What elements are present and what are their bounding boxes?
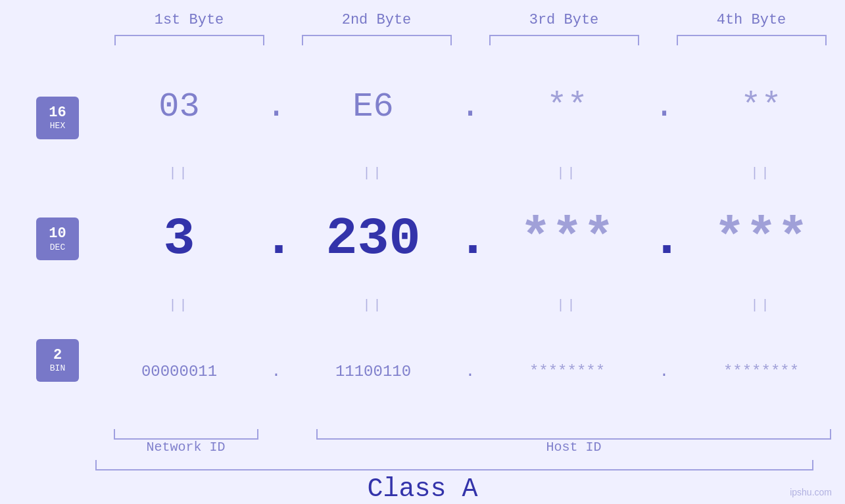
bin-val-2: 11100110 — [289, 363, 457, 380]
eq-3: || — [483, 166, 651, 181]
bin-sep-2: . — [457, 363, 483, 380]
bin-val-4: ******** — [677, 363, 845, 380]
eq2-3: || — [483, 298, 651, 313]
bottom-brackets-row — [0, 429, 845, 440]
eq-1: || — [95, 166, 263, 181]
byte-header-3: 3rd Byte — [470, 12, 658, 28]
dec-val-3: *** — [483, 209, 651, 269]
hex-val-4: ** — [677, 87, 845, 126]
eq-2: || — [289, 166, 457, 181]
byte-header-4: 4th Byte — [658, 12, 845, 28]
hex-val-3: ** — [483, 87, 651, 126]
hex-sep-2: . — [457, 87, 483, 126]
host-id-label: Host ID — [302, 440, 845, 455]
eq-4: || — [677, 166, 845, 181]
bracket-top-3 — [470, 35, 658, 45]
dec-badge: 10 DEC — [36, 218, 79, 260]
hex-val-1: 03 — [95, 87, 263, 126]
host-bracket-wrap — [302, 429, 845, 440]
network-id-label: Network ID — [95, 440, 276, 455]
outer-bracket-row — [0, 460, 845, 470]
hex-val-2: E6 — [289, 87, 457, 126]
bin-badge: 2 BIN — [36, 339, 79, 382]
id-labels-row: Network ID Host ID — [0, 440, 845, 455]
bin-row: 00000011 . 11100110 . ******** . *******… — [95, 315, 845, 428]
bin-val-3: ******** — [483, 363, 651, 380]
main-container: 1st Byte 2nd Byte 3rd Byte 4th Byte 16 H… — [0, 0, 845, 504]
data-columns: 03 . E6 . ** . ** || || || || 3 . — [95, 51, 845, 428]
hex-badge-number: 16 — [49, 105, 66, 121]
byte-header-1: 1st Byte — [95, 12, 283, 28]
dec-sep-2: . — [457, 209, 483, 269]
host-bracket — [316, 429, 832, 440]
dec-sep-1: . — [263, 209, 289, 269]
dec-val-1: 3 — [95, 209, 263, 269]
badges-column: 16 HEX 10 DEC 2 BIN — [0, 51, 95, 428]
dec-badge-label: DEC — [50, 242, 65, 252]
dec-row: 3 . 230 . *** . *** — [95, 183, 845, 295]
hex-badge: 16 HEX — [36, 97, 79, 139]
bracket-top-1 — [95, 35, 283, 45]
bracket-top-4 — [658, 35, 845, 45]
eq2-1: || — [95, 298, 263, 313]
bin-sep-3: . — [651, 363, 677, 380]
dec-val-4: *** — [677, 209, 845, 269]
bin-val-1: 00000011 — [95, 363, 263, 380]
bracket-top-2 — [283, 35, 470, 45]
eq2-4: || — [677, 298, 845, 313]
outer-bracket — [95, 460, 813, 470]
hex-badge-label: HEX — [50, 121, 65, 131]
equals-row-1: || || || || — [95, 163, 845, 183]
watermark: ipshu.com — [790, 487, 832, 497]
network-bracket — [114, 429, 258, 440]
eq2-2: || — [289, 298, 457, 313]
bin-sep-1: . — [263, 363, 289, 380]
network-bracket-wrap — [95, 429, 276, 440]
content-area: 16 HEX 10 DEC 2 BIN 03 . E6 . ** . ** — [0, 51, 845, 428]
top-brackets — [0, 35, 845, 45]
bin-badge-number: 2 — [53, 348, 62, 363]
dec-sep-3: . — [651, 209, 677, 269]
byte-header-2: 2nd Byte — [283, 12, 470, 28]
hex-sep-3: . — [651, 87, 677, 126]
equals-row-2: || || || || — [95, 296, 845, 315]
class-label: Class A — [0, 474, 845, 504]
dec-val-2: 230 — [289, 209, 457, 269]
dec-badge-number: 10 — [49, 226, 66, 242]
hex-row: 03 . E6 . ** . ** — [95, 51, 845, 163]
byte-headers: 1st Byte 2nd Byte 3rd Byte 4th Byte — [0, 12, 845, 28]
hex-sep-1: . — [263, 87, 289, 126]
bin-badge-label: BIN — [50, 363, 65, 373]
